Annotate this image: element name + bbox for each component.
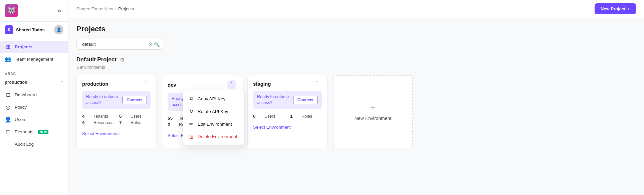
policy-icon: ◎	[5, 104, 11, 110]
env-card-staging: staging ⋮ Ready to enforce access? Conne…	[247, 75, 328, 148]
env-selector[interactable]: production ⌃	[0, 77, 68, 87]
env-group-label: ABAC	[5, 72, 63, 76]
delete-icon: 🗑	[188, 134, 194, 139]
org-selector[interactable]: S Shared Todos ... 👤	[0, 22, 68, 38]
users-label-production: Users	[131, 114, 151, 119]
sidebar-item-elements-label: Elements	[15, 129, 33, 134]
app-logo: 🐺	[5, 4, 18, 17]
resources-count-production: 4	[82, 120, 91, 125]
dropdown-edit-environment[interactable]: ✏ Edit Environment	[183, 118, 244, 130]
breadcrumb-parent[interactable]: Shared Todos New	[76, 6, 113, 11]
sidebar-header: 🐺 ≪	[0, 0, 68, 22]
search-input[interactable]	[80, 39, 149, 49]
search-icon: 🔍	[154, 42, 160, 47]
select-env-link-production[interactable]: Select Environment	[82, 130, 151, 136]
env-menu-button-dev[interactable]: ⋮	[227, 80, 236, 89]
sidebar-item-policy-label: Policy	[15, 105, 27, 110]
env-menu-button-staging[interactable]: ⋮	[312, 80, 322, 87]
sidebar-item-dashboard[interactable]: ⊟ Dashboard	[0, 89, 68, 101]
breadcrumb-separator: /	[115, 6, 117, 11]
new-env-label: New Environment	[355, 116, 392, 121]
environment-cards: production ⋮ Ready to enforce access? Co…	[76, 75, 636, 148]
copy-icon: ⧉	[188, 96, 194, 102]
enforce-text-staging: Ready to enforce access?	[257, 94, 293, 106]
search-clear-icon[interactable]: ✕	[149, 42, 153, 47]
env-name-dev: dev	[168, 82, 176, 88]
select-env-link-staging[interactable]: Select Environment	[253, 123, 322, 130]
env-stats-staging: 0 Users 1 Roles	[253, 114, 322, 119]
rotate-icon: ↻	[188, 108, 194, 114]
env-menu-button-production[interactable]: ⋮	[141, 80, 151, 87]
topbar: Shared Todos New / Projects New Project …	[68, 0, 644, 18]
new-project-label: New Project	[601, 6, 625, 11]
sidebar-item-elements[interactable]: ◫ Elements NEW	[0, 126, 68, 138]
env-card-dev: dev ⋮ Ready to enforce access? Connect 6…	[162, 75, 242, 148]
projects-icon: ⊞	[5, 44, 11, 50]
roles-count-staging: 1	[290, 114, 299, 119]
org-name: Shared Todos ...	[16, 27, 51, 32]
edit-icon: ✏	[188, 121, 194, 127]
breadcrumb: Shared Todos New / Projects	[76, 6, 134, 11]
dropdown-delete-label: Delete Environment	[198, 134, 237, 139]
sidebar-item-audit-label: Audit Log	[15, 142, 34, 147]
roles-stat-staging: 1 Roles	[290, 114, 322, 119]
elements-badge: NEW	[38, 130, 48, 134]
env-dropdown-menu: ⧉ Copy API Key ↻ Rotate API Key ✏ Edit E…	[183, 90, 244, 145]
users-label-staging: Users	[264, 114, 285, 119]
tenants-count-dev: 65	[168, 116, 177, 121]
connect-button-staging[interactable]: Connect	[293, 96, 318, 104]
new-project-button[interactable]: New Project +	[595, 3, 636, 14]
resources-label-production: Resources	[93, 120, 114, 125]
env-section: ABAC	[0, 68, 68, 77]
env-selector-text: production	[5, 80, 27, 85]
sidebar-collapse-button[interactable]: ≪	[56, 7, 63, 15]
dropdown-copy-label: Copy API Key	[198, 96, 225, 101]
environments-count: 3 environments	[76, 65, 636, 70]
content-area: Projects ✕ 🔍 Default Project ⚙ 3 environ…	[68, 18, 644, 195]
tenants-stat-production: 4 Tenants	[82, 114, 114, 119]
audit-icon: ≡	[5, 141, 11, 147]
dropdown-rotate-label: Rotate API Key	[198, 109, 228, 114]
project-name: Default Project	[76, 56, 117, 63]
enforce-text-production: Ready to enforce access?	[86, 94, 122, 106]
roles-label-staging: Roles	[301, 114, 322, 119]
dashboard-icon: ⊟	[5, 92, 11, 98]
users-stat-production: 6 Users	[119, 114, 151, 119]
users-stat-staging: 0 Users	[253, 114, 285, 119]
sidebar-item-users[interactable]: 👤 Users	[0, 113, 68, 126]
new-env-plus-icon: +	[370, 102, 376, 113]
search-bar: ✕ 🔍	[76, 39, 163, 50]
sidebar: 🐺 ≪ S Shared Todos ... 👤 ⊞ Projects 👥 Te…	[0, 0, 68, 195]
env-chevron-icon: ⌃	[60, 80, 63, 85]
main-content: Shared Todos New / Projects New Project …	[68, 0, 644, 195]
env-card-production: production ⋮ Ready to enforce access? Co…	[76, 75, 157, 148]
user-avatar[interactable]: 👤	[54, 25, 63, 34]
sidebar-item-audit-log[interactable]: ≡ Audit Log	[0, 138, 68, 150]
env-name-production: production	[82, 81, 108, 87]
sidebar-item-team-management[interactable]: 👥 Team Management	[0, 53, 68, 65]
sidebar-item-projects[interactable]: ⊞ Projects	[0, 41, 68, 53]
resources-stat-production: 4 Resources	[82, 120, 114, 125]
sidebar-item-policy[interactable]: ◎ Policy	[0, 101, 68, 113]
roles-stat-production: 7 Roles	[119, 120, 151, 125]
env-card-staging-header: staging ⋮	[248, 75, 327, 91]
connect-button-production[interactable]: Connect	[122, 96, 147, 104]
dropdown-copy-api-key[interactable]: ⧉ Copy API Key	[183, 92, 244, 105]
env-stats-production: 4 Tenants 6 Users 4 Resources 7	[82, 114, 151, 125]
dropdown-rotate-api-key[interactable]: ↻ Rotate API Key	[183, 105, 244, 118]
primary-nav: ⊞ Projects 👥 Team Management	[0, 38, 68, 68]
enforce-banner-production: Ready to enforce access? Connect	[82, 91, 151, 109]
new-environment-card[interactable]: + New Environment	[333, 75, 413, 148]
env-card-production-header: production ⋮	[77, 75, 156, 91]
project-settings-icon[interactable]: ⚙	[120, 57, 125, 63]
dropdown-delete-environment[interactable]: 🗑 Delete Environment	[183, 130, 244, 143]
resources-count-dev: 2	[168, 122, 177, 127]
sidebar-item-users-label: Users	[15, 117, 26, 122]
users-count-production: 6	[119, 114, 129, 119]
env-card-production-body: Ready to enforce access? Connect 4 Tenan…	[77, 91, 156, 141]
page-title: Projects	[76, 25, 636, 33]
project-header: Default Project ⚙	[76, 56, 636, 63]
bottom-nav: ⊟ Dashboard ◎ Policy 👤 Users ◫ Elements …	[0, 87, 68, 151]
env-card-staging-body: Ready to enforce access? Connect 0 Users…	[248, 91, 327, 134]
dropdown-edit-label: Edit Environment	[198, 122, 232, 127]
